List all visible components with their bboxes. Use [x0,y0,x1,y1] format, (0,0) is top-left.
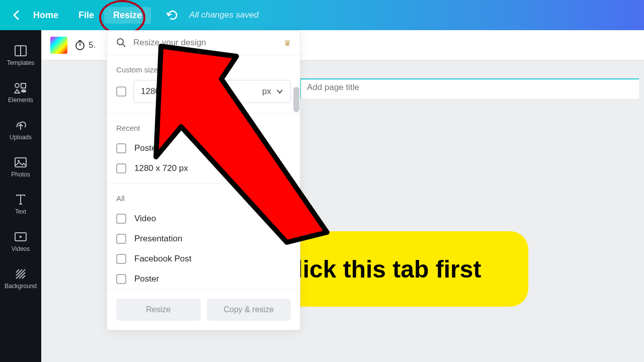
undo-icon[interactable] [166,10,179,21]
resize-search-row: ♛ [107,31,300,55]
search-icon [116,38,126,48]
left-sidebar: Templates Elements Uploads Photos Text V… [0,30,41,362]
checkbox[interactable] [116,214,126,224]
recent-item-644x362[interactable]: 644 x 362 px [107,158,300,178]
all-item-facebook-post[interactable]: Facebook Post [107,249,300,269]
svg-point-6 [18,160,20,162]
custom-size-label: Custom size [107,55,300,80]
text-icon [14,194,28,205]
sidebar-item-label: Elements [8,97,33,104]
page-title-input[interactable] [307,82,633,93]
sidebar-item-background[interactable]: Background [0,260,41,298]
custom-size-value: 1280 [141,86,160,97]
photos-icon [14,157,28,168]
all-item-video[interactable]: Video [107,209,300,229]
back-icon[interactable] [9,10,23,20]
sidebar-item-label: Templates [7,59,35,66]
resize-button[interactable]: Resize [116,299,201,321]
annotation-text: Click this tab first [279,255,481,283]
color-swatch-icon[interactable] [50,37,67,54]
sidebar-item-photos[interactable]: Photos [0,149,41,186]
custom-size-checkbox[interactable] [116,86,126,97]
chevron-down-icon [276,89,283,94]
recent-item-poster[interactable]: Poster [107,138,300,158]
resize-search-input[interactable] [133,38,277,48]
custom-size-input[interactable]: 1280 px [133,80,291,103]
save-status: All changes saved [189,10,259,20]
all-item-presentation[interactable]: Presentation [107,229,300,249]
crown-icon: ♛ [284,38,291,48]
svg-point-2 [15,83,19,87]
svg-rect-5 [15,158,26,167]
uploads-icon [14,120,28,131]
sidebar-item-label: Videos [12,245,30,252]
timer-value: 5. [89,40,96,50]
checkbox[interactable] [116,143,126,153]
sidebar-item-uploads[interactable]: Uploads [0,112,41,149]
all-item-poster[interactable]: Poster [107,269,300,289]
sidebar-item-text[interactable]: Text [0,186,41,223]
file-menu[interactable]: File [68,7,104,24]
sidebar-item-label: Uploads [10,134,32,141]
checkbox[interactable] [116,163,126,173]
checkbox[interactable] [116,274,126,284]
sidebar-item-label: Photos [11,171,30,178]
scrollbar-thumb[interactable] [293,87,299,112]
templates-icon [14,45,28,56]
recent-label: Recent [107,114,300,138]
checkbox[interactable] [116,254,126,264]
sidebar-item-label: Background [5,283,37,290]
resize-dropdown-panel: ♛ Custom size 1280 px Recent Poster 1280… [107,30,300,330]
resize-panel-footer: Resize Copy & resize [107,289,300,330]
sidebar-item-videos[interactable]: Videos [0,223,41,260]
svg-line-12 [123,44,125,47]
resize-menu[interactable]: Resize [104,7,151,24]
videos-icon [14,231,28,242]
custom-size-row: 1280 px [107,80,300,114]
home-menu[interactable]: Home [23,7,68,24]
background-icon [14,268,28,280]
sidebar-item-label: Text [15,208,26,215]
list-item-label: Poster [134,274,159,284]
list-item-label: Facebook Post [134,254,191,264]
resize-menu-label: Resize [113,10,142,20]
top-menu-bar: Home File Resize All changes saved [0,0,644,30]
list-item-label: 644 x 362 px [134,163,188,173]
list-item-label: Presentation [134,234,182,244]
copy-resize-button[interactable]: Copy & resize [207,299,291,321]
list-item-label: Video [134,214,156,224]
all-label: All [107,184,300,209]
timer-control[interactable]: 5. [74,40,96,51]
svg-point-11 [117,39,123,45]
page-title-bar [300,78,639,99]
sidebar-item-templates[interactable]: Templates [0,37,41,74]
sidebar-item-elements[interactable]: Elements [0,74,41,112]
elements-icon [14,82,28,94]
checkbox[interactable] [116,234,126,244]
svg-rect-3 [21,83,26,88]
list-item-label: Poster [134,143,159,153]
unit-label: px [262,86,271,97]
